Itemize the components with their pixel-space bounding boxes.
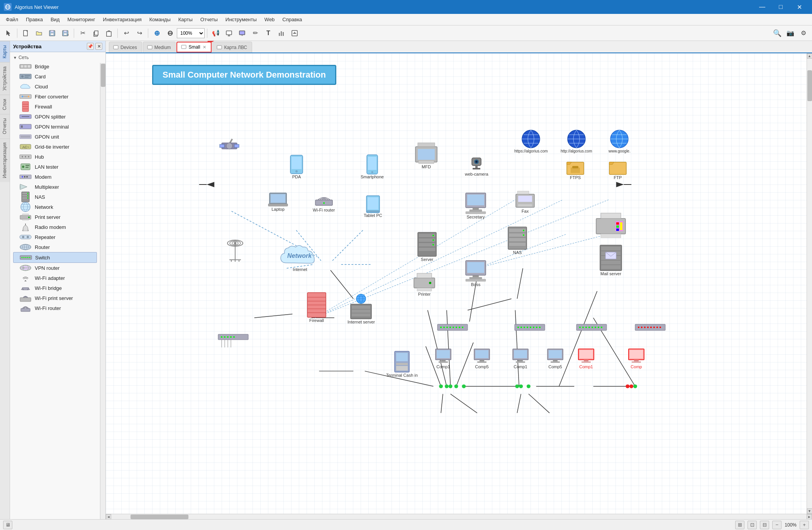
sidebar-section-header[interactable]: ▼ Сеть <box>13 54 97 61</box>
sidebar-item-wifi-adapter[interactable]: Wi-Fi adapter <box>13 273 97 283</box>
tool-save-as[interactable]: + <box>59 27 71 39</box>
sidebar-item-router[interactable]: Router <box>13 242 97 252</box>
sidebar-item-gpon-unit[interactable]: GPON unit <box>13 132 97 142</box>
zoom-select[interactable]: 100% 50% 75% 125% 150% 200% <box>177 28 205 38</box>
sidebar-item-nas[interactable]: NAS <box>13 192 97 202</box>
tab-small[interactable]: Small ✕ <box>176 42 212 52</box>
menu-monitoring[interactable]: Мониторинг <box>63 15 99 24</box>
menu-reports[interactable]: Отчеты <box>197 15 222 24</box>
tool-paste[interactable] <box>103 27 115 39</box>
vtab-reports[interactable]: Отчеты <box>0 114 10 138</box>
minimize-button[interactable]: — <box>753 0 771 14</box>
sidebar-close-button[interactable]: ✕ <box>95 43 102 50</box>
sidebar-item-radio-modem[interactable]: Radio modem <box>13 222 97 232</box>
sidebar-item-lan-tester[interactable]: LAN tester <box>13 162 97 172</box>
vtab-inventory[interactable]: Инвентаризация <box>0 138 10 182</box>
sidebar-item-switch[interactable]: Switch <box>13 252 97 263</box>
hscroll-left[interactable]: ◄ <box>106 514 111 520</box>
sidebar-scrollbar[interactable] <box>100 63 105 519</box>
svg-point-263 <box>595 327 596 328</box>
sidebar-item-multiplexer[interactable]: Multiplexer <box>13 182 97 192</box>
tool-new[interactable] <box>20 27 32 39</box>
vtab-devices[interactable]: Устройства <box>0 62 10 95</box>
svg-rect-277 <box>441 360 446 361</box>
maximize-button[interactable]: □ <box>772 0 790 14</box>
tool-zoom-in[interactable]: ⊕ <box>151 27 163 39</box>
sidebar-item-repeater[interactable]: Repeater <box>13 232 97 242</box>
menu-inventory[interactable]: Инвентаризация <box>99 15 146 24</box>
menu-commands[interactable]: Команды <box>146 15 175 24</box>
menu-file[interactable]: Файл <box>2 15 22 24</box>
sidebar-item-bridge[interactable]: Bridge <box>13 61 97 71</box>
svg-rect-326 <box>616 222 619 225</box>
menu-web[interactable]: Web <box>261 15 279 24</box>
sidebar-item-vpn-router[interactable]: VPN router <box>13 263 97 273</box>
status-btn-2[interactable]: ⊡ <box>748 521 757 529</box>
zoom-plus-btn[interactable]: + <box>800 521 809 529</box>
sidebar-item-card[interactable]: Card <box>13 71 97 81</box>
canvas-vscroll[interactable]: ▲ ▼ <box>807 53 812 514</box>
hscroll-thumb[interactable] <box>131 515 188 519</box>
sidebar-pin-button[interactable]: 📌 <box>87 43 94 50</box>
tool-open[interactable] <box>33 27 45 39</box>
tool-camera[interactable]: 📷 <box>784 27 797 39</box>
svg-rect-19 <box>239 31 245 35</box>
tab-devices[interactable]: Devices <box>109 42 142 52</box>
svg-point-331 <box>221 336 222 338</box>
tool-cut[interactable]: ✂ <box>76 27 89 39</box>
vscroll-up[interactable]: ▲ <box>807 53 812 59</box>
tool-screen[interactable] <box>236 27 248 39</box>
status-screen-btn[interactable]: 🖥 <box>3 521 12 529</box>
tool-edit[interactable]: ✏ <box>249 27 261 39</box>
menu-view[interactable]: Вид <box>47 15 64 24</box>
tool-redo[interactable]: ↪ <box>133 27 146 39</box>
tool-broadcast[interactable]: 📢 <box>210 27 222 39</box>
svg-rect-290 <box>551 361 560 363</box>
tool-undo[interactable]: ↩ <box>120 27 132 39</box>
menu-maps[interactable]: Карты <box>175 15 197 24</box>
tool-search[interactable]: 🔍 <box>771 27 783 39</box>
sidebar-item-wifi-print-server[interactable]: Wi-Fi print server <box>13 293 97 303</box>
menu-tools[interactable]: Инструменты <box>222 15 261 24</box>
tool-zoom-out[interactable]: ⊖ <box>164 27 176 39</box>
sidebar-item-fiber[interactable]: Fiber converter <box>13 91 97 102</box>
tool-text[interactable]: T <box>262 27 275 39</box>
vscroll-down[interactable]: ▼ <box>807 508 812 514</box>
svg-point-141 <box>629 384 633 388</box>
status-btn-1[interactable]: ⊞ <box>735 521 744 529</box>
vscroll-thumb[interactable] <box>807 70 812 101</box>
tab-lan-map[interactable]: Карта ЛВС <box>212 42 252 52</box>
close-button[interactable]: ✕ <box>790 0 808 14</box>
menu-edit[interactable]: Правка <box>22 15 47 24</box>
sidebar-item-hub[interactable]: Hub <box>13 152 97 162</box>
canvas-hscroll[interactable]: ◄ ► <box>106 514 812 519</box>
sidebar-item-gpon-splitter[interactable]: GPON splitter <box>13 112 97 122</box>
tool-copy[interactable] <box>90 27 102 39</box>
status-btn-3[interactable]: ⊟ <box>760 521 769 529</box>
menu-help[interactable]: Справка <box>278 15 306 24</box>
tab-small-close[interactable]: ✕ <box>203 45 206 50</box>
svg-rect-236 <box>396 353 408 361</box>
sidebar-item-wifi-bridge[interactable]: Wi-Fi bridge <box>13 283 97 293</box>
vtab-layers[interactable]: Слои <box>0 95 10 114</box>
sidebar-item-firewall[interactable]: Firewall <box>13 102 97 112</box>
hscroll-right[interactable]: ► <box>807 514 812 520</box>
tool-export[interactable] <box>288 27 301 39</box>
tool-graph[interactable] <box>275 27 288 39</box>
canvas[interactable]: Small Computer Network Demonstration <box>106 53 807 514</box>
sidebar-item-network[interactable]: Network <box>13 202 97 212</box>
tab-medium[interactable]: Medium <box>143 42 176 52</box>
svg-point-241 <box>443 327 445 328</box>
sidebar-item-modem[interactable]: Modem <box>13 172 97 182</box>
tool-save[interactable] <box>46 27 58 39</box>
tool-monitor[interactable] <box>223 27 235 39</box>
sidebar-item-gpon-terminal[interactable]: GPON terminal <box>13 122 97 132</box>
zoom-minus-btn[interactable]: − <box>772 521 781 529</box>
tool-pointer[interactable] <box>2 27 15 39</box>
sidebar-item-grid-tie[interactable]: AC~ Grid-tie inverter <box>13 142 97 152</box>
sidebar-item-print-server[interactable]: Print server <box>13 212 97 222</box>
tool-settings[interactable]: ⚙ <box>797 27 810 39</box>
sidebar-item-wifi-router[interactable]: Wi-Fi router <box>13 303 97 313</box>
sidebar-item-cloud[interactable]: Cloud <box>13 81 97 91</box>
vtab-maps[interactable]: Карты <box>0 41 10 62</box>
